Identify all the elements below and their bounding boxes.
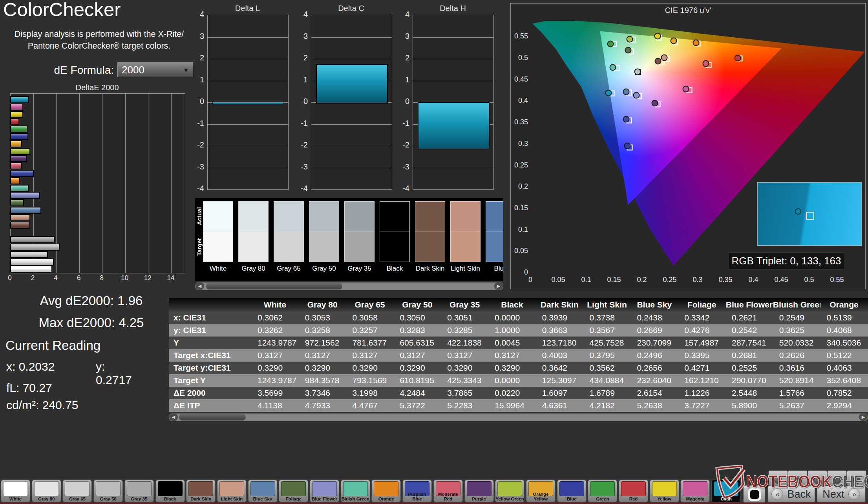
- patch-tile-orange[interactable]: Orange: [371, 480, 401, 502]
- toolbar-mini-button[interactable]: [768, 470, 788, 486]
- swatch-column-light-skin: [450, 201, 481, 262]
- patch-swatch: [188, 481, 213, 496]
- table-cell: 0.3290: [393, 363, 441, 373]
- patch-tile-red[interactable]: Red: [619, 480, 648, 502]
- patch-tile-blue-sky[interactable]: Blue Sky: [248, 480, 278, 502]
- toolbar-mini-button[interactable]: [788, 470, 808, 486]
- de-formula-select[interactable]: 2000 ▼: [117, 62, 193, 77]
- patch-tile-yellow[interactable]: Yellow: [650, 480, 679, 502]
- patch-tile-label: Magenta: [681, 497, 709, 501]
- scroll-left-icon[interactable]: ◀: [196, 282, 204, 290]
- patch-tile-label: Gray 35: [125, 497, 153, 501]
- table-cell: 425.7528: [583, 338, 631, 348]
- patch-swatch: [683, 481, 707, 496]
- table-header-row: WhiteGray 80Gray 65Gray 50Gray 35BlackDa…: [169, 298, 868, 311]
- table-cell: 972.1562: [299, 338, 346, 348]
- table-scrollbar-thumb[interactable]: [179, 414, 246, 420]
- deltae-bar-orange: [10, 177, 20, 184]
- swatch-scrollbar-thumb[interactable]: [206, 283, 342, 289]
- axis-tick-label: -4: [291, 184, 308, 193]
- patch-tile-light-skin[interactable]: Light Skin: [217, 480, 247, 502]
- row-label: Target x:CIE31: [169, 351, 251, 360]
- patch-tile-gray-80[interactable]: Gray 80: [32, 480, 61, 502]
- table-cell: 0.7852: [820, 388, 868, 398]
- deltae-bar-gray-65: [10, 251, 48, 258]
- patch-tile-orange-yellow[interactable]: Orange Yellow: [526, 480, 556, 502]
- patch-tile-blue-flower[interactable]: Blue Flower: [310, 480, 339, 502]
- patch-tile-purplish-blue[interactable]: Purplish Blue: [402, 480, 432, 502]
- table-cell: 3.5699: [251, 388, 299, 398]
- deltae-bar-magenta: [10, 104, 23, 111]
- swatch-target: [203, 231, 233, 262]
- patch-tile-white[interactable]: White: [1, 480, 30, 502]
- table-cell: 0.4271: [678, 363, 725, 373]
- patch-tile-moderate-red[interactable]: Moderate Red: [433, 480, 463, 502]
- toolbar-mini-button[interactable]: [808, 470, 827, 486]
- patch-tile-dark-skin[interactable]: Dark Skin: [186, 480, 216, 502]
- patch-tile-blue[interactable]: Blue: [557, 480, 587, 502]
- table-cell: 0.3127: [251, 351, 299, 360]
- patch-tile-yellow-green[interactable]: Yellow Green: [495, 480, 524, 502]
- toolbar-mini-button[interactable]: [827, 470, 847, 486]
- patch-tile-black[interactable]: Black: [155, 480, 185, 502]
- toolbar-mini-button[interactable]: [847, 470, 866, 486]
- patch-tile-label: Gray 50: [94, 497, 122, 501]
- patch-tile-gray-35[interactable]: Gray 35: [124, 480, 154, 502]
- table-row--e-itp: ΔE ITP4.11384.79334.47675.37225.228315.9…: [169, 399, 868, 412]
- table-cell: 0.2549: [773, 313, 820, 322]
- axis-tick-label: -4: [393, 184, 409, 193]
- de-formula-label: dE Formula:: [0, 64, 114, 76]
- table-cell: 0.3663: [536, 326, 583, 335]
- patch-tile-bluish-green[interactable]: Bluish Green: [341, 480, 370, 502]
- table-cell: 3.1998: [346, 388, 394, 398]
- scroll-left-icon[interactable]: ◀: [169, 413, 178, 421]
- swatch-label: Black: [380, 265, 410, 273]
- patch-tile-gray-50[interactable]: Gray 50: [93, 480, 123, 502]
- deltae-tick-label: 12: [144, 274, 152, 282]
- deltae-bar-gray-50: [10, 244, 60, 251]
- table-cell: 5.3722: [393, 401, 441, 410]
- patch-tile-cyan[interactable]: Cyan: [711, 480, 741, 502]
- swatch-label: Gray 65: [274, 265, 304, 273]
- swatch-target: [486, 231, 503, 262]
- patch-tile-label: Gray 65: [63, 497, 91, 501]
- cie-x-tick-label: 0.15: [605, 276, 623, 284]
- chevron-left-icon: «: [771, 488, 783, 500]
- scroll-right-icon[interactable]: ▶: [859, 413, 868, 421]
- table-cell: 230.7099: [630, 338, 678, 348]
- patch-tile-purple[interactable]: Purple: [464, 480, 494, 502]
- cie-1976-panel: CIE 1976 u'v' RGB Triplet: 0, 133, 163 0…: [510, 3, 866, 289]
- patch-swatch: [96, 481, 121, 496]
- deltae-gridline: [148, 94, 148, 273]
- axis-tick-label: 2: [393, 53, 409, 62]
- table-cell: 4.1138: [251, 401, 299, 410]
- patch-tile-gray-65[interactable]: Gray 65: [62, 480, 92, 502]
- deltae-bar-orange-yellow: [10, 140, 22, 147]
- back-button[interactable]: « Back: [767, 486, 815, 502]
- axis-tick-label: -3: [188, 162, 204, 171]
- patch-tile-green[interactable]: Green: [588, 480, 617, 502]
- deltae-bar-bluish-green: [10, 185, 29, 192]
- patch-swatch: [621, 481, 646, 496]
- cie-y-tick-label: 0.45: [511, 75, 528, 84]
- stop-button[interactable]: [743, 485, 766, 504]
- next-button-label: Next: [822, 488, 844, 500]
- scroll-right-icon[interactable]: ▶: [494, 282, 503, 290]
- patch-tile-foliage[interactable]: Foliage: [279, 480, 308, 502]
- patch-tile-magenta[interactable]: Magenta: [680, 480, 710, 502]
- gridline: [413, 37, 493, 38]
- next-button[interactable]: Next »: [817, 486, 866, 502]
- table-header-cell: Orange: [820, 300, 868, 309]
- cie-measured-orange: [693, 39, 699, 46]
- swatch-actual: [203, 201, 233, 231]
- patch-tile-label: Orange: [372, 497, 400, 501]
- patch-tile-label: Yellow Green: [495, 497, 524, 501]
- patch-tile-label: White: [1, 497, 30, 501]
- table-cell: 0.4068: [820, 326, 868, 335]
- table-cell: 520.0332: [773, 338, 820, 348]
- table-cell: 0.0220: [488, 388, 536, 398]
- deltae-bar-chart: [10, 93, 185, 273]
- cie-x-tick-label: 0: [521, 276, 539, 284]
- cie-y-tick-label: 0.1: [511, 226, 528, 234]
- actual-row-label: Actual: [196, 201, 203, 231]
